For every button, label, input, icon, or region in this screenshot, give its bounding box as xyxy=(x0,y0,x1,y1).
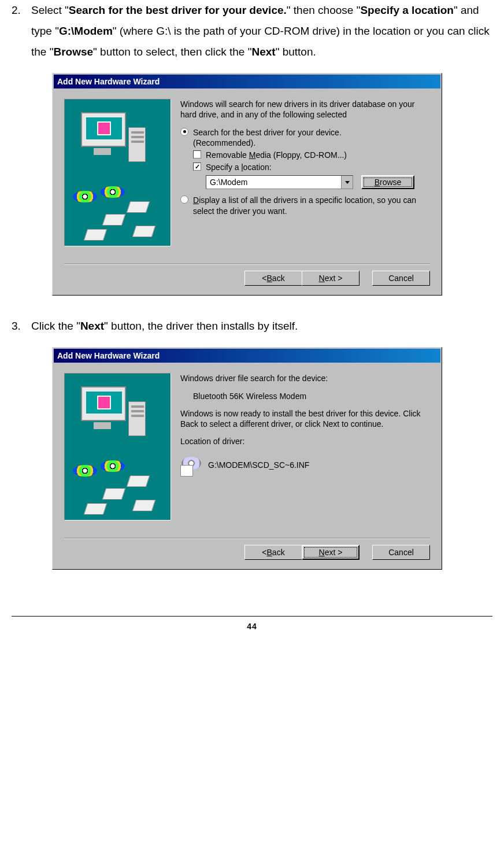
next-button[interactable]: Next > xyxy=(302,545,360,560)
l: ack xyxy=(272,547,285,558)
l: N xyxy=(319,273,325,283)
inf-file-icon xyxy=(180,453,203,477)
step-3-number: 3. xyxy=(12,316,31,337)
cancel-button[interactable]: Cancel xyxy=(372,545,430,560)
t: Next xyxy=(251,46,275,58)
t: Browse xyxy=(53,46,93,58)
checkbox-icon xyxy=(193,150,201,158)
wizard-illustration xyxy=(64,99,171,246)
t: Next xyxy=(80,320,104,332)
location-label: Location of driver: xyxy=(180,436,430,446)
wizard-2: Add New Hardware Wizard Windows driver f… xyxy=(52,347,442,570)
radio-search-best[interactable]: Search for the best driver for your devi… xyxy=(180,127,430,148)
t: Select " xyxy=(31,4,69,16)
page-number: 44 xyxy=(12,616,492,634)
l: ext > xyxy=(325,547,343,558)
l: N xyxy=(319,547,325,558)
wizard-1: Add New Hardware Wizard Windows will sea… xyxy=(52,73,442,296)
l: ack xyxy=(272,273,285,283)
browse-button[interactable]: Browse xyxy=(361,175,414,189)
l: < xyxy=(262,273,266,283)
radio-icon xyxy=(180,195,188,204)
next-button[interactable]: Next > xyxy=(302,271,360,286)
radio-label-line1: Search for the best driver for your devi… xyxy=(193,128,342,137)
wizard-1-intro: Windows will search for new drivers in i… xyxy=(180,99,430,120)
chevron-down-icon xyxy=(345,181,350,184)
l: B xyxy=(267,547,272,558)
step-3-body: Click the "Next" button, the driver then… xyxy=(31,316,492,337)
wizard-2-line2: Windows is now ready to install the best… xyxy=(180,408,430,429)
t: " button. xyxy=(276,46,316,58)
back-button[interactable]: < Back xyxy=(244,545,302,560)
checkbox-specify-location[interactable]: ✓ Specify a location: xyxy=(193,162,430,172)
location-combo[interactable] xyxy=(206,175,353,189)
step-2: 2. Select "Search for the best driver fo… xyxy=(12,0,492,62)
l: rowse xyxy=(380,177,401,187)
t: " button, the driver then installs by it… xyxy=(104,320,298,332)
step-3: 3. Click the "Next" button, the driver t… xyxy=(12,316,492,337)
t: Click the " xyxy=(31,320,80,332)
t: " button to select, then click the " xyxy=(93,46,251,58)
t: G:\Modem xyxy=(59,25,113,37)
checkbox-removable-media[interactable]: Removable Media (Floppy, CD-ROM...) xyxy=(193,150,430,160)
l: D xyxy=(193,195,199,205)
t: " then choose " xyxy=(287,4,361,16)
radio-display-list[interactable]: Display a list of all the drivers in a s… xyxy=(180,195,430,216)
l: ocation: xyxy=(243,163,272,172)
separator xyxy=(64,264,430,265)
checkbox-icon: ✓ xyxy=(193,163,201,171)
l: M xyxy=(249,150,256,160)
t: Search for the best driver for your devi… xyxy=(69,4,287,16)
driver-path: G:\MODEM\SCD_SC~6.INF xyxy=(208,460,309,470)
wizard-1-titlebar: Add New Hardware Wizard xyxy=(54,75,440,88)
location-dropdown-button[interactable] xyxy=(341,176,353,189)
l: Specify a xyxy=(206,163,241,172)
l: < xyxy=(262,547,266,558)
wizard-2-line1: Windows driver file search for the devic… xyxy=(180,373,430,383)
device-name: Bluetooth 56K Wireless Modem xyxy=(180,391,430,401)
l: isplay a list of all the drivers in a sp… xyxy=(193,195,416,215)
l: ext > xyxy=(325,273,343,283)
radio-icon xyxy=(180,128,188,136)
l: edia (Floppy, CD-ROM...) xyxy=(255,150,347,160)
step-2-number: 2. xyxy=(12,0,31,62)
wizard-illustration xyxy=(64,373,171,521)
radio-label-line2: (Recommended). xyxy=(193,138,255,147)
step-2-body: Select "Search for the best driver for y… xyxy=(31,0,492,62)
wizard-2-titlebar: Add New Hardware Wizard xyxy=(54,349,440,363)
back-button[interactable]: < Back xyxy=(244,271,302,286)
l: B xyxy=(267,273,272,283)
l: Removable xyxy=(206,150,249,160)
l: B xyxy=(375,177,380,187)
separator xyxy=(64,538,430,539)
cancel-button[interactable]: Cancel xyxy=(372,271,430,286)
t: Specify a location xyxy=(360,4,454,16)
location-input[interactable] xyxy=(206,176,341,189)
